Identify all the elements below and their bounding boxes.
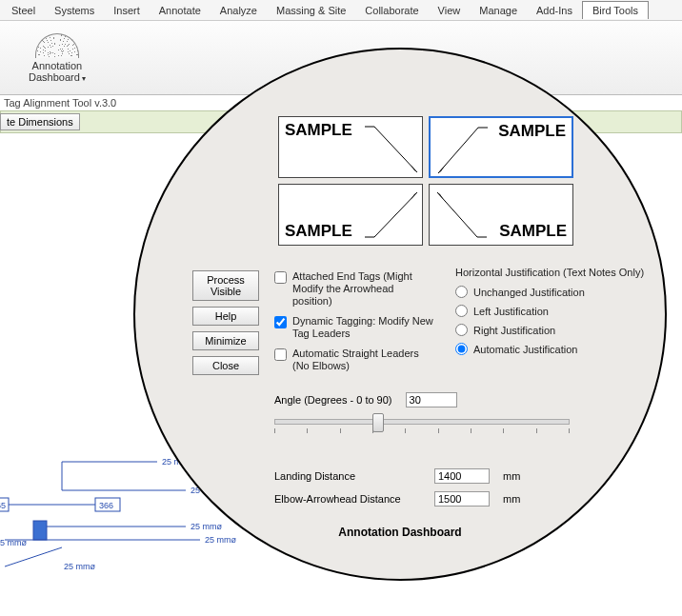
panel-button-line1: Annotation bbox=[32, 60, 83, 71]
justification-header: Horizontal Justification (Text Notes Onl… bbox=[455, 267, 646, 278]
slider-thumb[interactable] bbox=[372, 413, 384, 432]
automatic-justification-radio[interactable] bbox=[455, 343, 468, 355]
auto-straight-leaders-checkbox[interactable] bbox=[274, 348, 287, 361]
panel-button-line2: Dashboard bbox=[29, 71, 80, 83]
right-justification-label: Right Justification bbox=[473, 325, 555, 336]
svg-line-22 bbox=[438, 128, 478, 173]
landing-distance-input[interactable] bbox=[434, 468, 490, 484]
angle-row: Angle (Degrees - 0 to 90) bbox=[274, 392, 457, 407]
sample-bottom-left[interactable]: SAMPLE bbox=[278, 184, 423, 246]
tab-annotate[interactable]: Annotate bbox=[150, 2, 211, 19]
auto-straight-leaders-label: Automatic Straight Leaders (No Elbows) bbox=[292, 348, 436, 372]
svg-text:366: 366 bbox=[99, 501, 113, 510]
sample-bottom-right[interactable]: SAMPLE bbox=[429, 184, 573, 246]
left-justification-label: Left Justification bbox=[473, 306, 549, 317]
left-justification-radio[interactable] bbox=[455, 305, 468, 317]
angle-label: Angle (Degrees - 0 to 90) bbox=[274, 394, 392, 406]
svg-text:65: 65 bbox=[0, 501, 6, 510]
tab-bird-tools[interactable]: Bird Tools bbox=[582, 1, 649, 19]
close-button[interactable]: Close bbox=[192, 356, 259, 375]
attached-end-tags-label: Attached End Tags (Might Modify the Arro… bbox=[292, 270, 436, 308]
activate-dimensions-button[interactable]: te Dimensions bbox=[0, 113, 80, 130]
elbow-distance-unit: mm bbox=[503, 493, 520, 505]
unchanged-justification-radio[interactable] bbox=[455, 286, 468, 298]
tab-massing-site[interactable]: Massing & Site bbox=[267, 2, 355, 19]
annotation-dashboard-button[interactable]: Annotation Dashboard▾ bbox=[29, 33, 86, 83]
svg-rect-10 bbox=[33, 521, 47, 540]
ribbon-tabs: Steel Systems Insert Annotate Analyze Ma… bbox=[0, 0, 682, 21]
svg-text:25 mmø: 25 mmø bbox=[191, 522, 223, 531]
help-button[interactable]: Help bbox=[192, 307, 259, 326]
svg-line-25 bbox=[374, 192, 417, 237]
tab-insert[interactable]: Insert bbox=[104, 2, 150, 19]
svg-line-16 bbox=[5, 547, 62, 566]
distance-rows: Landing Distance mm Elbow-Arrowhead Dist… bbox=[274, 468, 520, 514]
angle-slider[interactable] bbox=[274, 419, 570, 433]
svg-text:25 mmø: 25 mmø bbox=[0, 538, 28, 547]
options-checkboxes: Attached End Tags (Might Modify the Arro… bbox=[274, 270, 436, 380]
landing-distance-label: Landing Distance bbox=[274, 470, 427, 482]
tab-collaborate[interactable]: Collaborate bbox=[355, 2, 428, 19]
attached-end-tags-checkbox[interactable] bbox=[274, 271, 287, 284]
tab-addins[interactable]: Add-Ins bbox=[527, 2, 582, 19]
svg-text:25 mmø: 25 mmø bbox=[64, 562, 96, 571]
tab-analyze[interactable]: Analyze bbox=[211, 2, 267, 19]
tab-manage[interactable]: Manage bbox=[470, 2, 527, 19]
angle-input[interactable] bbox=[406, 392, 457, 407]
svg-line-19 bbox=[374, 127, 417, 172]
elbow-distance-label: Elbow-Arrowhead Distance bbox=[274, 493, 427, 505]
automatic-justification-label: Automatic Justification bbox=[473, 344, 577, 355]
svg-text:25 mmø: 25 mmø bbox=[205, 535, 237, 545]
minimize-button[interactable]: Minimize bbox=[192, 331, 259, 350]
dynamic-tagging-label: Dynamic Tagging: Modify New Tag Leaders bbox=[292, 315, 436, 340]
dynamic-tagging-checkbox[interactable] bbox=[274, 316, 287, 328]
justification-radios: Horizontal Justification (Text Notes Onl… bbox=[455, 267, 646, 362]
landing-distance-unit: mm bbox=[503, 470, 520, 482]
process-visible-button[interactable]: Process Visible bbox=[192, 270, 259, 301]
elbow-distance-input[interactable] bbox=[434, 491, 490, 507]
chevron-down-icon: ▾ bbox=[82, 74, 86, 83]
sample-grid: SAMPLE SAMPLE SAMPLE SAMPLE bbox=[278, 116, 573, 246]
sample-top-left[interactable]: SAMPLE bbox=[278, 116, 423, 178]
protractor-icon bbox=[35, 33, 79, 58]
action-buttons: Process Visible Help Minimize Close bbox=[192, 270, 259, 375]
tab-view[interactable]: View bbox=[429, 2, 471, 19]
annotation-dashboard-dialog: SAMPLE SAMPLE SAMPLE SAMPLE Process Visi… bbox=[133, 48, 667, 581]
right-justification-radio[interactable] bbox=[455, 324, 468, 336]
sample-top-right[interactable]: SAMPLE bbox=[429, 116, 573, 178]
tab-steel[interactable]: Steel bbox=[2, 2, 45, 19]
unchanged-justification-label: Unchanged Justification bbox=[473, 287, 585, 298]
tab-systems[interactable]: Systems bbox=[45, 2, 104, 19]
